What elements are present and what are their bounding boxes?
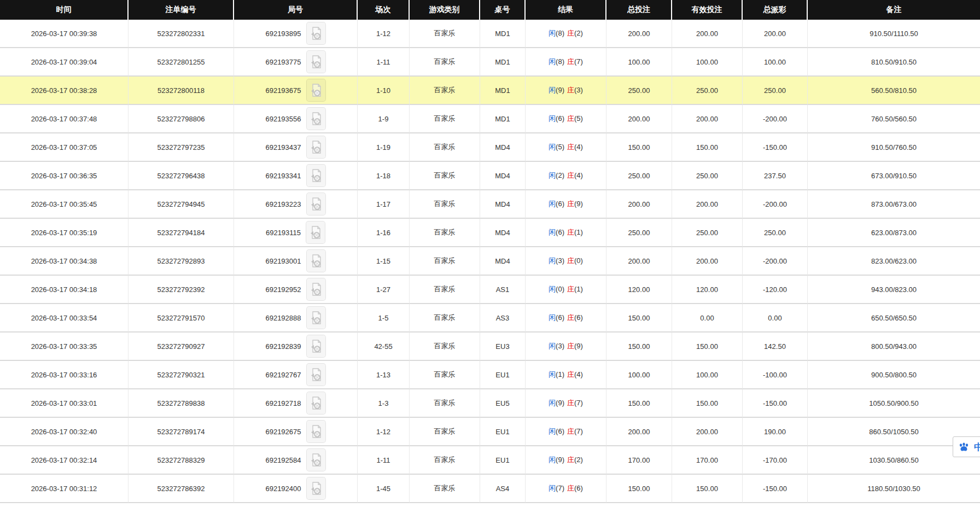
result-banker-label: 庄 xyxy=(567,342,574,350)
cell-bet-id: 523272790927 xyxy=(129,333,234,361)
cell-result: 闲(6)庄(9) xyxy=(526,190,606,219)
cell-payout: -150.00 xyxy=(743,475,808,503)
result-banker-label: 庄 xyxy=(567,228,574,236)
cell-game-type: 百家乐 xyxy=(410,20,480,48)
cell-round-no: 692193895 xyxy=(234,20,358,48)
cell-round-no: 692193223 xyxy=(234,190,358,219)
cell-round-no: 692193341 xyxy=(234,162,358,190)
result-player-label: 闲 xyxy=(549,285,556,293)
cell-game-type: 百家乐 xyxy=(410,190,480,219)
result-player-value: (9) xyxy=(556,456,564,464)
video-replay-button[interactable] xyxy=(306,249,326,272)
film-file-icon xyxy=(310,140,322,154)
cell-total-bet: 200.00 xyxy=(606,190,672,219)
result-banker-value: (3) xyxy=(574,86,583,94)
table-row[interactable]: 2026-03-17 00:37:05 523272797235 6921934… xyxy=(0,133,980,162)
column-header-payout: 总派彩 xyxy=(743,0,808,20)
video-replay-button[interactable] xyxy=(306,306,326,329)
result-player-value: (9) xyxy=(556,86,564,94)
video-replay-button[interactable] xyxy=(306,50,326,73)
table-row[interactable]: 2026-03-17 00:33:16 523272790321 6921927… xyxy=(0,361,980,389)
cell-remark: 873.00/673.00 xyxy=(808,190,980,219)
video-replay-button[interactable] xyxy=(306,392,326,415)
video-replay-button[interactable] xyxy=(306,477,326,500)
cell-result: 闲(1)庄(4) xyxy=(526,361,606,389)
result-player-value: (7) xyxy=(556,484,564,492)
video-replay-button[interactable] xyxy=(306,363,326,386)
cell-total-bet: 150.00 xyxy=(606,333,672,361)
cell-session: 1-12 xyxy=(358,418,410,446)
cell-total-bet: 150.00 xyxy=(606,389,672,418)
cell-table-no: EU5 xyxy=(480,389,526,418)
table-row[interactable]: 2026-03-17 00:39:04 523272801255 6921937… xyxy=(0,48,980,77)
video-replay-button[interactable] xyxy=(306,79,326,102)
film-file-icon xyxy=(310,282,322,296)
result-player-value: (1) xyxy=(556,370,564,378)
betting-records-screen: 时间注单编号局号场次游戏类别桌号结果总投注有效投注总派彩备注 2026-03-1… xyxy=(0,0,980,519)
round-number: 692193895 xyxy=(265,30,301,38)
table-row[interactable]: 2026-03-17 00:33:35 523272790927 6921928… xyxy=(0,333,980,361)
cell-remark: 800.50/943.00 xyxy=(808,333,980,361)
video-replay-button[interactable] xyxy=(306,193,326,215)
table-row[interactable]: 2026-03-17 00:32:40 523272789174 6921926… xyxy=(0,418,980,446)
cell-payout: -150.00 xyxy=(743,133,808,162)
film-file-icon xyxy=(310,112,322,126)
cell-table-no: MD1 xyxy=(480,48,526,77)
result-banker-value: (5) xyxy=(574,114,583,123)
table-row[interactable]: 2026-03-17 00:39:38 523272802331 6921938… xyxy=(0,20,980,48)
cell-total-bet: 150.00 xyxy=(606,304,672,333)
video-replay-button[interactable] xyxy=(306,335,326,358)
cell-total-bet: 250.00 xyxy=(606,162,672,190)
result-banker-value: (1) xyxy=(574,228,583,236)
table-row[interactable]: 2026-03-17 00:37:48 523272798806 6921935… xyxy=(0,105,980,133)
cell-payout: -200.00 xyxy=(743,247,808,276)
cell-remark: 1180.50/1030.50 xyxy=(808,475,980,503)
table-row[interactable]: 2026-03-17 00:35:19 523272794184 6921931… xyxy=(0,219,980,247)
cell-payout: -150.00 xyxy=(743,389,808,418)
table-row[interactable]: 2026-03-17 00:32:14 523272788329 6921925… xyxy=(0,446,980,475)
video-replay-button[interactable] xyxy=(306,136,326,159)
table-row[interactable]: 2026-03-17 00:31:12 523272786392 6921924… xyxy=(0,475,980,503)
film-file-icon xyxy=(310,55,322,69)
cell-result: 闲(6)庄(6) xyxy=(526,304,606,333)
round-number: 692192888 xyxy=(265,314,301,322)
video-replay-button[interactable] xyxy=(306,164,326,187)
table-row[interactable]: 2026-03-17 00:34:18 523272792392 6921929… xyxy=(0,276,980,304)
cell-remark: 623.00/873.00 xyxy=(808,219,980,247)
result-player-value: (6) xyxy=(556,427,564,435)
cell-round-no: 692193437 xyxy=(234,133,358,162)
table-row[interactable]: 2026-03-17 00:35:45 523272794945 6921932… xyxy=(0,190,980,219)
cell-table-no: MD4 xyxy=(480,219,526,247)
video-replay-button[interactable] xyxy=(306,221,325,244)
cell-remark: 810.50/910.50 xyxy=(808,48,980,77)
result-banker-value: (2) xyxy=(574,456,583,464)
cell-time: 2026-03-17 00:36:35 xyxy=(0,162,129,190)
table-row[interactable]: 2026-03-17 00:33:01 523272789838 6921927… xyxy=(0,389,980,418)
result-banker-value: (4) xyxy=(574,143,583,151)
video-replay-button[interactable] xyxy=(306,448,326,471)
table-row[interactable]: 2026-03-17 00:34:38 523272792893 6921930… xyxy=(0,247,980,276)
video-replay-button[interactable] xyxy=(306,22,326,45)
result-player-label: 闲 xyxy=(549,370,556,378)
cell-round-no: 692193556 xyxy=(234,105,358,133)
translate-widget[interactable]: 中 xyxy=(953,436,980,457)
result-banker-label: 庄 xyxy=(567,484,574,492)
cell-game-type: 百家乐 xyxy=(410,48,480,77)
cell-total-bet: 250.00 xyxy=(606,219,672,247)
table-row[interactable]: 2026-03-17 00:33:54 523272791570 6921928… xyxy=(0,304,980,333)
result-banker-label: 庄 xyxy=(567,399,574,407)
cell-session: 1-11 xyxy=(358,48,410,77)
table-row[interactable]: 2026-03-17 00:38:28 523272800118 6921936… xyxy=(0,77,980,105)
cell-round-no: 692193675 xyxy=(234,77,358,105)
cell-round-no: 692192718 xyxy=(234,389,358,418)
cell-payout: 237.50 xyxy=(743,162,808,190)
video-replay-button[interactable] xyxy=(306,107,326,130)
video-replay-button[interactable] xyxy=(306,278,326,301)
cell-game-type: 百家乐 xyxy=(410,361,480,389)
table-row[interactable]: 2026-03-17 00:36:35 523272796438 6921933… xyxy=(0,162,980,190)
translate-widget-label: 中 xyxy=(974,441,980,453)
round-number: 692192400 xyxy=(265,485,301,493)
video-replay-button[interactable] xyxy=(306,420,326,443)
cell-game-type: 百家乐 xyxy=(410,247,480,276)
round-number: 692193223 xyxy=(265,200,301,208)
